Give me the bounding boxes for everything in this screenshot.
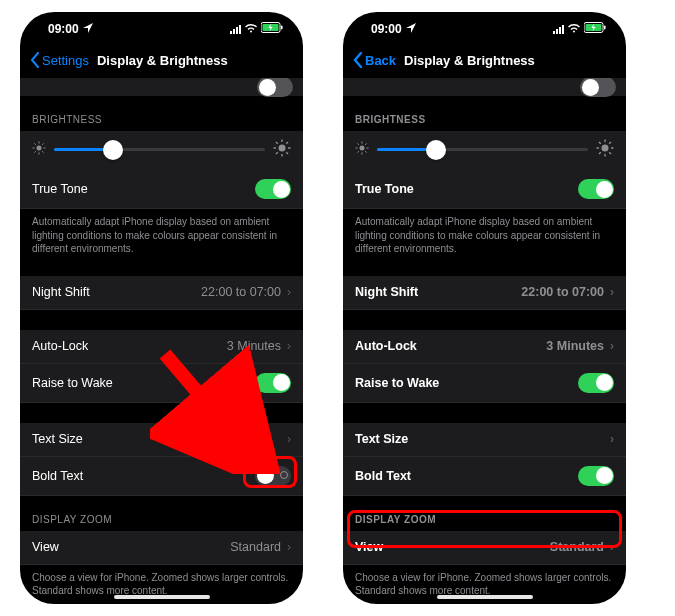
battery-icon: [584, 22, 606, 36]
sun-large-icon: [596, 139, 614, 160]
chevron-right-icon: ›: [610, 540, 614, 554]
view-value: Standard: [230, 540, 281, 554]
raise-to-wake-toggle[interactable]: [578, 373, 614, 393]
svg-line-18: [286, 152, 288, 154]
status-time: 09:00: [48, 22, 79, 36]
night-shift-label: Night Shift: [355, 285, 418, 299]
chevron-right-icon: ›: [287, 339, 291, 353]
page-title: Display & Brightness: [97, 53, 228, 68]
svg-line-42: [609, 142, 611, 144]
wifi-icon: [244, 22, 258, 36]
text-size-row[interactable]: Text Size ›: [343, 423, 626, 457]
view-row[interactable]: View Standard›: [343, 531, 626, 565]
cutoff-toggle[interactable]: [580, 78, 616, 97]
night-shift-value: 22:00 to 07:00: [521, 285, 604, 299]
page-title: Display & Brightness: [404, 53, 535, 68]
sun-small-icon: [355, 141, 369, 158]
auto-lock-row[interactable]: Auto-Lock 3 Minutes›: [343, 330, 626, 364]
view-value: Standard: [550, 540, 604, 554]
text-size-label: Text Size: [32, 432, 83, 446]
svg-line-32: [357, 151, 358, 152]
home-indicator[interactable]: [437, 595, 533, 599]
chevron-right-icon: ›: [610, 285, 614, 299]
brightness-header: BRIGHTNESS: [20, 96, 303, 131]
raise-to-wake-label: Raise to Wake: [32, 376, 113, 390]
back-button[interactable]: Settings: [30, 52, 89, 68]
svg-line-9: [42, 151, 43, 152]
sun-large-icon: [273, 139, 291, 160]
svg-point-3: [37, 146, 42, 151]
bold-text-toggle[interactable]: [578, 466, 614, 486]
svg-line-41: [599, 152, 601, 154]
bold-text-toggle[interactable]: [255, 466, 291, 486]
bold-text-label: Bold Text: [32, 469, 83, 483]
display-zoom-header: DISPLAY ZOOM: [20, 496, 303, 531]
auto-lock-label: Auto-Lock: [32, 339, 88, 353]
view-row[interactable]: View Standard›: [20, 531, 303, 565]
bold-text-row: Bold Text: [20, 457, 303, 496]
chevron-right-icon: ›: [287, 432, 291, 446]
true-tone-toggle[interactable]: [255, 179, 291, 199]
brightness-slider-row: [20, 131, 303, 170]
right-phone-frame: 09:00 Back Display & Brightness BRIGHTNE…: [343, 12, 626, 604]
chevron-left-icon: [353, 52, 363, 68]
night-shift-label: Night Shift: [32, 285, 90, 299]
auto-lock-value: 3 Minutes: [227, 339, 281, 353]
svg-line-10: [34, 151, 35, 152]
svg-point-25: [360, 146, 365, 151]
true-tone-toggle[interactable]: [578, 179, 614, 199]
svg-rect-24: [604, 26, 606, 30]
svg-line-8: [34, 143, 35, 144]
chevron-right-icon: ›: [287, 540, 291, 554]
text-size-row[interactable]: Text Size ›: [20, 423, 303, 457]
signal-icon: [553, 24, 564, 34]
back-label: Back: [365, 53, 396, 68]
brightness-slider-row: [343, 131, 626, 170]
auto-lock-value: 3 Minutes: [546, 339, 604, 353]
view-label: View: [32, 540, 59, 554]
svg-line-30: [357, 143, 358, 144]
left-phone-frame: 09:00 Settings Display & Brightness BRIG…: [20, 12, 303, 604]
night-shift-row[interactable]: Night Shift 22:00 to 07:00›: [343, 276, 626, 310]
svg-line-33: [365, 143, 366, 144]
brightness-slider[interactable]: [54, 148, 265, 151]
svg-line-40: [609, 152, 611, 154]
text-size-label: Text Size: [355, 432, 408, 446]
night-shift-row[interactable]: Night Shift 22:00 to 07:00›: [20, 276, 303, 310]
location-icon: [83, 22, 93, 36]
chevron-right-icon: ›: [610, 432, 614, 446]
raise-to-wake-label: Raise to Wake: [355, 376, 439, 390]
chevron-left-icon: [30, 52, 40, 68]
chevron-right-icon: ›: [610, 339, 614, 353]
true-tone-label: True Tone: [32, 182, 88, 196]
auto-lock-row[interactable]: Auto-Lock 3 Minutes›: [20, 330, 303, 364]
back-label: Settings: [42, 53, 89, 68]
cutoff-toggle[interactable]: [257, 78, 293, 97]
status-time: 09:00: [371, 22, 402, 36]
nav-bar: Back Display & Brightness: [343, 42, 626, 78]
back-button[interactable]: Back: [353, 52, 396, 68]
status-bar: 09:00: [20, 12, 303, 42]
status-bar: 09:00: [343, 12, 626, 42]
bold-text-label: Bold Text: [355, 469, 411, 483]
sun-small-icon: [32, 141, 46, 158]
brightness-slider[interactable]: [377, 148, 588, 151]
display-zoom-header: DISPLAY ZOOM: [343, 496, 626, 531]
bold-text-row: Bold Text: [343, 457, 626, 496]
true-tone-label: True Tone: [355, 182, 414, 196]
nav-bar: Settings Display & Brightness: [20, 42, 303, 78]
auto-lock-label: Auto-Lock: [355, 339, 417, 353]
svg-line-19: [276, 152, 278, 154]
brightness-header: BRIGHTNESS: [343, 96, 626, 131]
svg-rect-2: [281, 26, 283, 30]
chevron-right-icon: ›: [287, 285, 291, 299]
true-tone-desc: Automatically adapt iPhone display based…: [343, 209, 626, 256]
raise-to-wake-row: Raise to Wake: [343, 364, 626, 403]
zoom-desc: Choose a view for iPhone. Zoomed shows l…: [343, 565, 626, 598]
true-tone-desc: Automatically adapt iPhone display based…: [20, 209, 303, 256]
svg-line-11: [42, 143, 43, 144]
signal-icon: [230, 24, 241, 34]
raise-to-wake-row: Raise to Wake: [20, 364, 303, 403]
raise-to-wake-toggle[interactable]: [255, 373, 291, 393]
home-indicator[interactable]: [114, 595, 210, 599]
